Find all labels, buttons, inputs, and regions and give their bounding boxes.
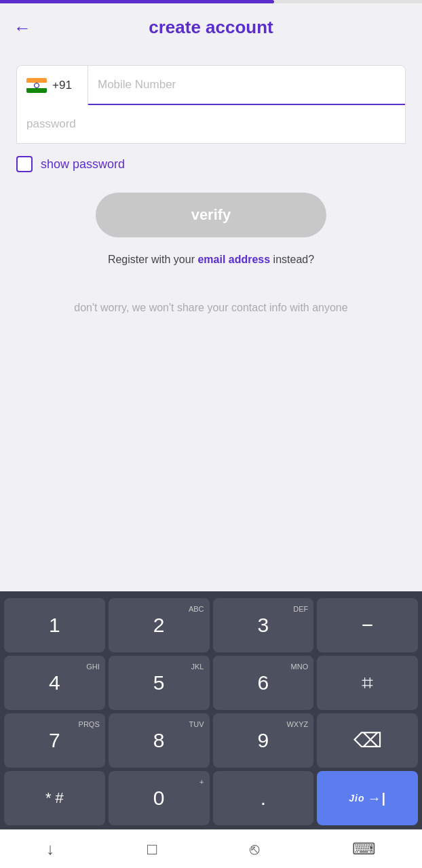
country-selector[interactable]: +91 xyxy=(17,66,88,105)
key-dot[interactable]: . xyxy=(213,771,314,825)
email-address-link[interactable]: email address xyxy=(197,254,270,265)
key-row-2: 4GHI 5JKL 6MNO ⌗ xyxy=(4,656,418,710)
verify-button[interactable]: verify xyxy=(96,193,326,237)
nav-home-icon[interactable]: □ xyxy=(147,840,157,859)
phone-row: +91 xyxy=(16,65,406,105)
nav-bar: ↓ □ ⎋ ⌨ xyxy=(0,829,422,868)
key-3[interactable]: 3DEF xyxy=(213,598,314,652)
key-1[interactable]: 1 xyxy=(4,598,105,652)
register-text-before: Register with your xyxy=(108,254,198,265)
keyboard: 1 2ABC 3DEF − 4GHI 5JKL 6MNO ⌗ 7PRQS 8TU… xyxy=(0,591,422,829)
show-password-label: show password xyxy=(41,157,125,172)
register-link-area: Register with your email address instead… xyxy=(16,254,406,266)
key-9[interactable]: 9WXYZ xyxy=(213,713,314,768)
key-8[interactable]: 8TUV xyxy=(109,713,210,768)
register-text-after: instead? xyxy=(270,254,314,265)
key-0[interactable]: 0+ xyxy=(109,771,210,825)
password-input[interactable] xyxy=(26,117,396,131)
show-password-checkbox[interactable] xyxy=(16,156,33,172)
key-backspace[interactable]: ⌫ xyxy=(317,713,418,768)
password-row xyxy=(16,105,406,144)
privacy-notice: don't worry, we won't share your contact… xyxy=(16,300,406,316)
key-row-4: * # 0+ . Jio →| xyxy=(4,771,418,825)
show-password-row: show password xyxy=(16,156,406,172)
key-space[interactable]: ⌗ xyxy=(317,656,418,710)
country-code: +91 xyxy=(52,79,72,92)
key-5[interactable]: 5JKL xyxy=(109,656,210,710)
header: ← create account xyxy=(0,3,422,45)
key-2[interactable]: 2ABC xyxy=(109,598,210,652)
key-enter[interactable]: Jio →| xyxy=(317,771,418,825)
form-area: +91 show password verify Register with y… xyxy=(0,45,422,330)
chakra-icon xyxy=(34,83,39,88)
key-6[interactable]: 6MNO xyxy=(213,656,314,710)
back-button[interactable]: ← xyxy=(14,19,31,37)
key-4[interactable]: 4GHI xyxy=(4,656,105,710)
key-star-hash[interactable]: * # xyxy=(4,771,105,825)
key-row-1: 1 2ABC 3DEF − xyxy=(4,598,418,652)
key-7[interactable]: 7PRQS xyxy=(4,713,105,768)
nav-keyboard-icon[interactable]: ⌨ xyxy=(352,840,376,859)
nav-recents-icon[interactable]: ⎋ xyxy=(250,840,259,859)
mobile-input[interactable] xyxy=(88,66,405,105)
page-title: create account xyxy=(149,17,273,38)
india-flag-icon xyxy=(26,78,47,93)
key-row-3: 7PRQS 8TUV 9WXYZ ⌫ xyxy=(4,713,418,768)
key-dash[interactable]: − xyxy=(317,598,418,652)
nav-back-icon[interactable]: ↓ xyxy=(46,840,54,859)
